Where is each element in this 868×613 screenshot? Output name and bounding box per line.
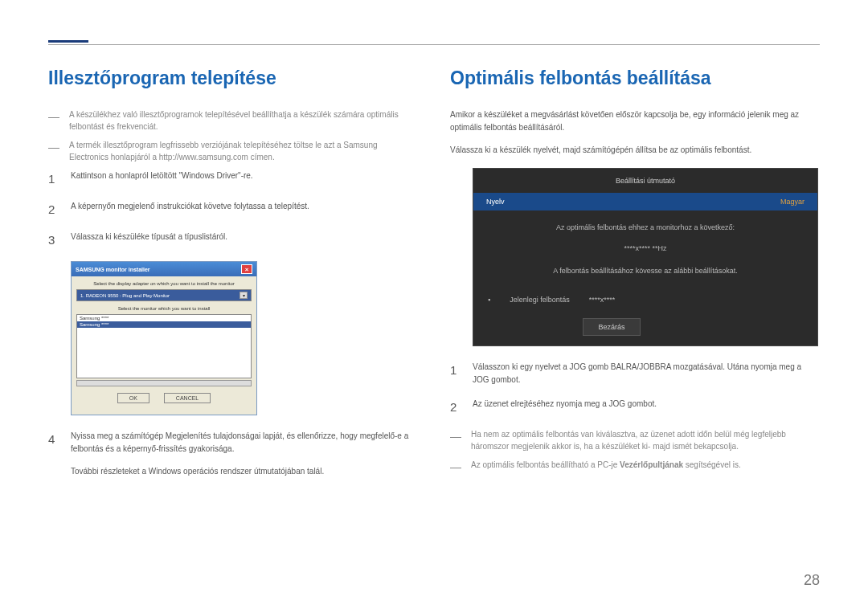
- osd-panel: Beállítási útmutató Nyelv Magyar Az opti…: [473, 168, 818, 346]
- note-item: ― A készülékhez való illesztőprogramok t…: [48, 108, 418, 133]
- step-text: Válassza ki készüléke típusát a típuslis…: [71, 231, 227, 250]
- header-accent: [48, 40, 88, 43]
- left-heading: Illesztőprogram telepítése: [48, 67, 418, 89]
- installer-label: Select the display adapter on which you …: [76, 281, 252, 286]
- current-value: ****x****: [589, 296, 616, 304]
- note-item: ― A termék illesztőprogram legfrissebb v…: [48, 139, 418, 163]
- page-number: 28: [804, 572, 820, 589]
- current-label: Jelenlegi felbontás: [510, 296, 570, 304]
- right-column: Optimális felbontás beállítása Amikor a …: [450, 67, 820, 499]
- intro-text: Amikor a készüléket a megvásárlást követ…: [450, 108, 820, 134]
- step-text: Válasszon ki egy nyelvet a JOG gomb BALR…: [473, 361, 820, 386]
- step-extra: További részleteket a Windows operációs …: [71, 465, 418, 478]
- lang-label: Nyelv: [486, 198, 505, 206]
- dash-icon: ―: [48, 108, 63, 133]
- step-number: 2: [48, 200, 59, 219]
- list-item[interactable]: Samsung ****: [77, 321, 251, 328]
- step-number: 1: [450, 361, 461, 386]
- osd-title: Beállítási útmutató: [473, 169, 817, 193]
- osd-follow-text: A felbontás beállításához kövesse az alá…: [473, 267, 817, 289]
- osd-current-row: ▪ Jelenlegi felbontás ****x****: [473, 289, 817, 318]
- monitor-listbox[interactable]: Samsung **** Samsung ****: [76, 314, 252, 378]
- dash-icon: ―: [48, 139, 63, 163]
- installer-titlebar: SAMSUNG monitor installer ×: [72, 262, 256, 276]
- note-suffix: segítségével is.: [683, 460, 741, 469]
- step-text: Az üzenet elrejtéséhez nyomja meg a JOG …: [473, 398, 657, 417]
- adapter-dropdown[interactable]: 1. RADEON 9550 : Plug and Play Monitor ▾: [76, 289, 252, 301]
- osd-language-row[interactable]: Nyelv Magyar: [473, 193, 817, 210]
- note-bold: Vezérlőpultjának: [620, 460, 683, 469]
- step-content: Nyissa meg a számítógép Megjelenítés tul…: [71, 430, 418, 488]
- left-column: Illesztőprogram telepítése ― A készülékh…: [48, 67, 418, 499]
- cancel-button[interactable]: CANCEL: [164, 393, 211, 403]
- step-number: 1: [48, 170, 59, 189]
- installer-window: SAMSUNG monitor installer × Select the d…: [71, 261, 257, 415]
- dash-icon: ―: [450, 428, 465, 452]
- scrollbar-horizontal[interactable]: [76, 380, 252, 386]
- note-text: Az optimális felbontás beállítható a PC-…: [471, 459, 741, 476]
- osd-optimal-text: Az optimális felbontás ehhez a monitorho…: [473, 210, 817, 238]
- step-row: 1 Kattintson a honlapról letöltött "Wind…: [48, 170, 418, 189]
- step-text: Kattintson a honlapról letöltött "Window…: [71, 170, 253, 189]
- intro-text: Válassza ki a készülék nyelvét, majd szá…: [450, 144, 820, 157]
- list-item[interactable]: Samsung ****: [77, 315, 251, 321]
- lang-value: Magyar: [780, 198, 805, 206]
- note-item: ― Ha nem az optimális felbontás van kivá…: [450, 428, 820, 452]
- step-number: 2: [450, 398, 461, 417]
- note-prefix: Az optimális felbontás beállítható a PC-…: [471, 460, 620, 469]
- step-text: A képernyőn megjelenő instrukciókat köve…: [71, 200, 309, 219]
- chevron-down-icon: ▾: [240, 292, 248, 299]
- note-text: A termék illesztőprogram legfrissebb ver…: [69, 139, 418, 163]
- installer-title: SAMSUNG monitor installer: [76, 267, 150, 272]
- right-heading: Optimális felbontás beállítása: [450, 67, 820, 89]
- step-row: 3 Válassza ki készüléke típusát a típusl…: [48, 231, 418, 250]
- bullet-icon: ▪: [488, 296, 490, 304]
- step-row: 2 Az üzenet elrejtéséhez nyomja meg a JO…: [450, 398, 820, 417]
- note-text: A készülékhez való illesztőprogramok tel…: [69, 108, 418, 133]
- note-text: Ha nem az optimális felbontás van kivála…: [471, 428, 820, 452]
- osd-close-button[interactable]: Bezárás: [583, 318, 641, 336]
- step-row: 1 Válasszon ki egy nyelvet a JOG gomb BA…: [450, 361, 820, 386]
- dropdown-value: 1. RADEON 9550 : Plug and Play Monitor: [80, 293, 170, 298]
- step-row: 2 A képernyőn megjelenő instrukciókat kö…: [48, 200, 418, 219]
- note-item: ― Az optimális felbontás beállítható a P…: [450, 459, 820, 476]
- step-row: 4 Nyissa meg a számítógép Megjelenítés t…: [48, 430, 418, 488]
- close-icon[interactable]: ×: [241, 264, 252, 274]
- ok-button[interactable]: OK: [117, 393, 149, 403]
- step-number: 4: [48, 430, 59, 488]
- step-number: 3: [48, 231, 59, 250]
- step-text: Nyissa meg a számítógép Megjelenítés tul…: [71, 430, 418, 456]
- header-divider: [48, 44, 820, 45]
- installer-buttons: OK CANCEL: [76, 386, 252, 410]
- dash-icon: ―: [450, 459, 465, 476]
- installer-body: Select the display adapter on which you …: [72, 276, 256, 415]
- content-columns: Illesztőprogram telepítése ― A készülékh…: [48, 67, 820, 499]
- osd-resolution: ****x**** **Hz: [473, 238, 817, 267]
- installer-label: Select the monitor which you want to ins…: [76, 306, 252, 311]
